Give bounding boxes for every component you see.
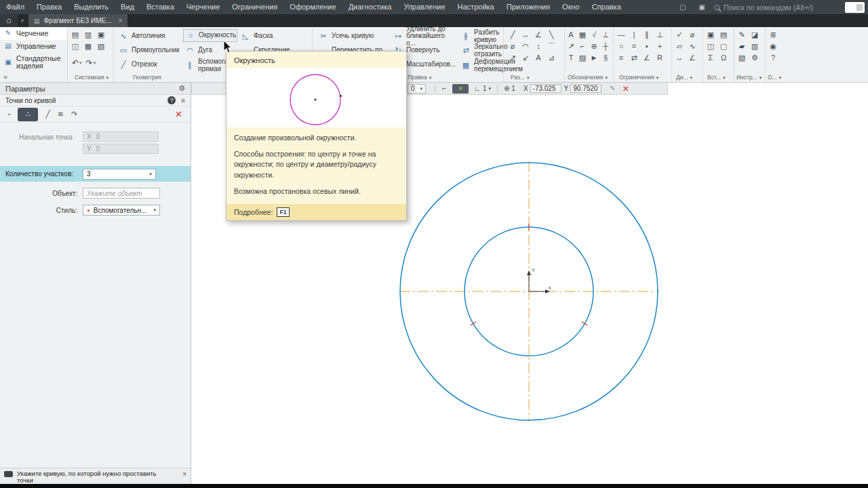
tab-list-caret-icon[interactable]: ▾ <box>18 14 27 27</box>
text-icon[interactable]: A <box>565 29 577 40</box>
height-dimension-icon[interactable]: ↕ <box>532 41 545 52</box>
layers-icon[interactable]: ≣ <box>767 29 779 40</box>
menu-edit[interactable]: Правка <box>31 0 68 14</box>
menu-styling[interactable]: Оформление <box>283 0 342 14</box>
picture-tool-icon[interactable]: ▥ <box>749 41 761 52</box>
brush-tool-icon[interactable]: ▰ <box>736 41 748 52</box>
insert-fragment-icon[interactable]: ▣ <box>705 29 717 40</box>
tangent-constraint-icon[interactable]: ○ <box>615 41 627 52</box>
tool-chamfer[interactable]: ◺ Фаска <box>239 30 300 43</box>
perpendicular-constraint-icon[interactable]: ⊥ <box>654 29 666 40</box>
tool-rectangle[interactable]: ▭ Прямоугольник <box>117 44 183 57</box>
fix-constraint-icon[interactable]: ▪ <box>641 41 653 52</box>
gear-icon[interactable]: ⚙ <box>178 84 185 93</box>
reference-help-icon[interactable]: ? <box>767 52 779 63</box>
radius-constraint-icon[interactable]: R <box>654 52 666 63</box>
print-icon[interactable]: ▥ <box>82 29 94 40</box>
document-properties-icon[interactable]: ▦ <box>82 41 94 52</box>
tool-segment[interactable]: ╱ Отрезок <box>117 58 183 71</box>
document-tab[interactable]: ▤ Фрагмент БЕЗ ИМЕ... × <box>28 14 127 27</box>
leader-dimension-icon[interactable]: ↗ <box>507 52 519 63</box>
section-label-notations[interactable]: Обозначения▾ <box>568 74 608 81</box>
tool-extend-to-nearest[interactable]: ↦ Удлинить до ближайшего о... <box>391 28 458 45</box>
insert-picture-icon[interactable]: ▤ <box>717 29 730 40</box>
workspace-management[interactable]: ▤ Управление <box>0 40 67 53</box>
tab-close-icon[interactable]: × <box>119 17 123 24</box>
curve-info-icon[interactable]: ∿ <box>686 41 698 52</box>
technical-requirements-icon[interactable]: Т <box>565 52 577 63</box>
snap-toggle[interactable]: × <box>452 84 469 94</box>
section-label-system[interactable]: Системная▾ <box>75 74 108 81</box>
workspace-standard-parts[interactable]: ▣ Стандартные изделия <box>0 53 67 72</box>
display-mode-icon[interactable]: ◉ <box>767 41 779 52</box>
angular-dimension-icon[interactable]: ∠ <box>532 29 545 40</box>
points-on-curve-mode-button[interactable]: ∴ <box>18 108 38 121</box>
auto-dimension-icon[interactable]: ╱ <box>507 29 519 40</box>
hint-close-icon[interactable]: × <box>182 470 186 484</box>
diametral-dimension-icon[interactable]: ⌀ <box>507 41 519 52</box>
menu-file[interactable]: Файл <box>0 0 31 14</box>
section-label-constraints[interactable]: Ограничения▾ <box>619 74 658 81</box>
ortho-mode-icon[interactable]: ⌐ <box>439 85 450 92</box>
menu-management[interactable]: Управление <box>397 0 451 14</box>
menu-view[interactable]: Вид <box>115 0 140 14</box>
redo-caret-icon[interactable]: ▾ <box>94 60 96 66</box>
cancel-command-icon[interactable]: ✕ <box>175 109 182 119</box>
cursor-y-field[interactable]: 90.7520 <box>570 84 601 93</box>
menu-applications[interactable]: Приложения <box>500 0 556 14</box>
table-icon[interactable]: ▦ <box>576 29 589 40</box>
redo-icon[interactable]: ↷ <box>86 58 93 68</box>
undo-icon[interactable]: ↶ <box>72 58 79 68</box>
chain-dimension-icon[interactable]: ╲ <box>545 29 557 40</box>
measure-angle-icon[interactable]: ∠ <box>686 52 698 63</box>
edit-coords-icon[interactable]: ✎ <box>610 85 615 92</box>
menu-settings[interactable]: Настройка <box>452 0 500 14</box>
symmetry-constraint-icon[interactable]: ⇄ <box>628 52 640 63</box>
linear-dimension-icon[interactable]: ↔ <box>519 29 532 40</box>
measure-diameter-icon[interactable]: ⌀ <box>686 29 698 40</box>
horizontal-constraint-icon[interactable]: — <box>615 29 627 40</box>
pencil-tool-icon[interactable]: ✎ <box>736 29 748 40</box>
measure-distance-icon[interactable]: ↔ <box>673 52 686 63</box>
section-label-o[interactable]: О...▾ <box>768 74 781 81</box>
style-select[interactable]: ● Вспомогательн... ▾ <box>83 205 160 216</box>
angle-snap-control[interactable]: ∟ 1 ▾ <box>474 85 491 92</box>
cursor-x-field[interactable]: -73.025 <box>530 84 561 93</box>
section-label-geometry[interactable]: Геометрия <box>133 74 161 81</box>
screen-layout-icon[interactable]: ▢ <box>676 2 690 12</box>
section-label-insert[interactable]: Вст...▾ <box>707 74 725 81</box>
section-label-dimensions[interactable]: Раз...▾ <box>511 74 530 81</box>
hatch-icon[interactable]: ▨ <box>576 52 589 63</box>
line-mode-icon[interactable]: ╱ <box>45 110 50 119</box>
coincident-constraint-icon[interactable]: + <box>654 41 666 52</box>
dimension-text-icon[interactable]: A <box>532 52 545 63</box>
collapse-panel-button[interactable] <box>845 2 865 13</box>
collinear-constraint-icon[interactable]: ≡ <box>615 52 627 63</box>
library-folder-icon[interactable]: ▧ <box>736 52 748 63</box>
section-line-icon[interactable]: § <box>599 52 612 63</box>
help-icon[interactable]: ? <box>167 96 176 104</box>
parallel-constraint-icon[interactable]: ∥ <box>641 29 653 40</box>
workspace-drawing[interactable]: ✎ Черчение <box>0 27 67 40</box>
angle-constraint-icon[interactable]: ∠ <box>641 52 653 63</box>
menu-insert[interactable]: Вставка <box>140 0 180 14</box>
arc-dimension-icon[interactable]: ⌒ <box>545 41 557 52</box>
axis-line-icon[interactable]: ┼ <box>599 41 612 52</box>
section-label-tools[interactable]: Инстр...▾ <box>736 74 762 81</box>
open-document-icon[interactable]: ▤ <box>69 29 81 40</box>
command-search-input[interactable]: Поиск по командам (Alt+/) <box>714 3 840 12</box>
menu-help[interactable]: Справка <box>586 0 627 14</box>
undo-caret-icon[interactable]: ▾ <box>79 60 82 66</box>
save-icon[interactable]: ▣ <box>95 29 107 40</box>
vertical-constraint-icon[interactable]: | <box>628 29 640 40</box>
menu-diagnostics[interactable]: Диагностика <box>342 0 398 14</box>
collapse-sidebar-icon[interactable]: « <box>3 73 7 81</box>
panels-icon[interactable]: ▣ <box>695 2 709 12</box>
roughness-icon[interactable]: √ <box>588 29 600 40</box>
zoom-control[interactable]: ⊕ 1 <box>504 85 515 92</box>
object-input[interactable]: Укажите объект <box>83 188 160 199</box>
insert-copy-icon[interactable]: ▢ <box>717 41 730 52</box>
menu-select[interactable]: Выделить <box>68 0 115 14</box>
arc-mode-icon[interactable]: ↷ <box>71 110 77 119</box>
eraser-tool-icon[interactable]: ◪ <box>749 29 761 40</box>
